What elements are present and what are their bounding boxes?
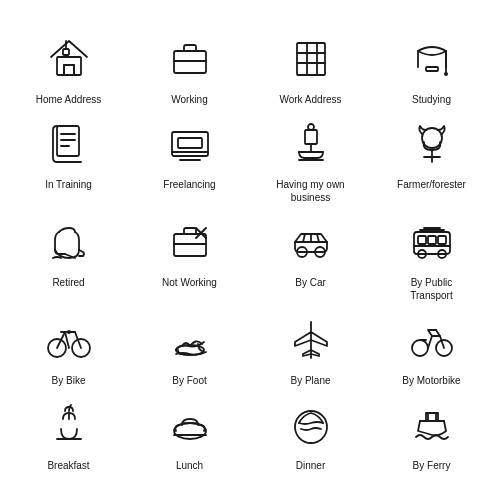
svg-rect-8 [297,43,325,75]
retired-icon [39,212,99,272]
home-address-label: Home Address [36,93,102,106]
icon-item-dinner[interactable]: Dinner [250,395,371,472]
svg-rect-70 [428,413,436,421]
icon-item-studying[interactable]: Studying [371,29,492,106]
svg-rect-6 [174,51,206,73]
icon-item-retired[interactable]: Retired [8,212,129,302]
svg-rect-13 [426,67,438,71]
working-icon [160,29,220,89]
freelancing-label: Freelancing [163,178,215,191]
by-car-icon [281,212,341,272]
home-address-icon [39,29,99,89]
by-plane-icon [281,310,341,370]
svg-line-44 [317,234,319,242]
svg-point-31 [422,128,442,148]
icon-item-by-public-transport[interactable]: By Public Transport [371,212,492,302]
by-car-label: By Car [295,276,326,289]
icon-item-in-training[interactable]: In Training [8,114,129,204]
icon-grid: Home Address Working Work Address [0,13,500,488]
working-label: Working [171,93,208,106]
by-foot-label: By Foot [172,374,206,387]
by-bike-icon [39,310,99,370]
icon-item-breakfast[interactable]: Breakfast [8,395,129,472]
icon-item-by-bike[interactable]: By Bike [8,310,129,387]
svg-rect-52 [438,236,446,244]
retired-label: Retired [52,276,84,289]
by-motorbike-icon [402,310,462,370]
icon-item-by-foot[interactable]: By Foot [129,310,250,387]
by-motorbike-label: By Motorbike [402,374,460,387]
icon-item-home-address[interactable]: Home Address [8,29,129,106]
svg-rect-50 [418,236,426,244]
icon-item-not-working[interactable]: Not Working [129,212,250,302]
svg-line-43 [303,234,305,242]
by-plane-label: By Plane [290,374,330,387]
icon-item-own-business[interactable]: Having my own business [250,114,371,204]
not-working-label: Not Working [162,276,217,289]
dinner-label: Dinner [296,459,325,472]
icon-item-by-motorbike[interactable]: By Motorbike [371,310,492,387]
icon-item-by-car[interactable]: By Car [250,212,371,302]
icon-item-farmer[interactable]: Farmer/forester [371,114,492,204]
freelancing-icon [160,114,220,174]
svg-rect-0 [57,57,81,75]
by-bike-label: By Bike [52,374,86,387]
icon-item-by-ferry[interactable]: By Ferry [371,395,492,472]
icon-item-by-plane[interactable]: By Plane [250,310,371,387]
svg-rect-4 [63,49,69,55]
icon-item-work-address[interactable]: Work Address [250,29,371,106]
in-training-label: In Training [45,178,92,191]
by-ferry-label: By Ferry [413,459,451,472]
farmer-icon [402,114,462,174]
svg-point-16 [444,72,448,76]
lunch-label: Lunch [176,459,203,472]
breakfast-label: Breakfast [47,459,89,472]
svg-point-61 [412,340,428,356]
svg-point-30 [308,124,314,130]
svg-rect-25 [178,138,202,148]
by-public-transport-icon [402,212,462,272]
work-address-label: Work Address [279,93,341,106]
lunch-icon [160,395,220,455]
farmer-label: Farmer/forester [397,178,466,191]
icon-item-working[interactable]: Working [129,29,250,106]
icon-item-lunch[interactable]: Lunch [129,395,250,472]
icon-item-freelancing[interactable]: Freelancing [129,114,250,204]
not-working-icon [160,212,220,272]
svg-rect-1 [64,65,74,75]
svg-rect-51 [428,236,436,244]
svg-rect-17 [57,126,79,156]
by-ferry-icon [402,395,462,455]
in-training-icon [39,114,99,174]
breakfast-icon [39,395,99,455]
svg-point-59 [67,330,71,334]
work-address-icon [281,29,341,89]
svg-point-68 [295,411,327,443]
svg-rect-35 [174,234,206,256]
own-business-icon [281,114,341,174]
svg-rect-26 [305,130,317,144]
own-business-label: Having my own business [271,178,351,204]
by-foot-icon [160,310,220,370]
studying-icon [402,29,462,89]
dinner-icon [281,395,341,455]
studying-label: Studying [412,93,451,106]
by-public-transport-label: By Public Transport [392,276,472,302]
